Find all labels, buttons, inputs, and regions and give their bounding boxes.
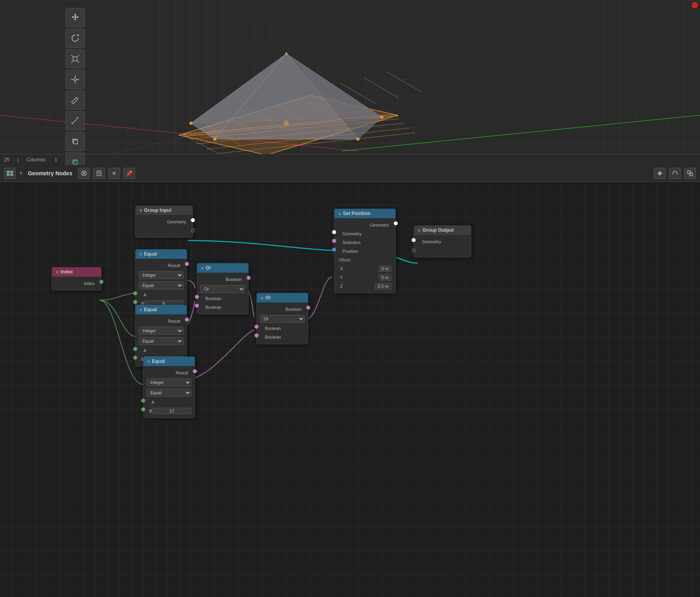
offset-y-value[interactable]: 0 m [379, 274, 391, 281]
equal1-type2-row[interactable]: EqualNot Equal [136, 280, 187, 291]
equal2-header[interactable]: ∨ Equal [135, 305, 187, 314]
geometry-output-socket[interactable] [191, 218, 195, 222]
node-set-position[interactable]: ∨ Set Position Geometry Geometry Selecti… [334, 209, 396, 293]
viewport-3d[interactable]: + 25 | Columns: 1 [0, 0, 700, 165]
group-output-title: Group Output [422, 227, 454, 233]
equal1-type2-dropdown[interactable]: EqualNot Equal [139, 281, 183, 289]
equal2-result-row: Result [136, 317, 187, 326]
node-or-2[interactable]: ∨ Or Boolean OrAnd Boolean [257, 293, 308, 344]
index-output-socket[interactable] [99, 280, 103, 284]
node-index[interactable]: ∨ Index Index [52, 267, 101, 291]
equal3-b-value[interactable]: 17 [152, 408, 191, 414]
or1-type-row[interactable]: OrAnd [197, 284, 248, 294]
or1-header[interactable]: ∨ Or [197, 263, 249, 273]
equal3-a-socket[interactable] [141, 399, 145, 403]
or1-type-dropdown[interactable]: OrAnd [200, 285, 245, 293]
equal3-result-row: Result [144, 368, 194, 377]
set-pos-geo-out-socket[interactable] [394, 221, 398, 225]
equal3-type1-dropdown[interactable]: IntegerFloat [147, 378, 191, 386]
tool-cube[interactable] [66, 153, 85, 165]
equal2-type1-row[interactable]: IntegerFloat [136, 326, 187, 336]
or1-bool2-in-socket[interactable] [195, 304, 199, 308]
or2-bool1-in-socket[interactable] [255, 325, 259, 329]
tool-move[interactable] [66, 8, 85, 27]
tool-add-cube[interactable]: + [66, 132, 85, 151]
set-pos-x-row: X 0 m [334, 264, 395, 273]
node-group-output[interactable]: ∨ Group Output Geometry [414, 225, 471, 258]
set-pos-selection-row: Selection [334, 238, 395, 247]
or2-header[interactable]: ∨ Or [257, 293, 308, 302]
equal3-type1-row[interactable]: IntegerFloat [144, 377, 194, 388]
equal1-type1-dropdown[interactable]: IntegerFloat [139, 271, 183, 279]
set-position-body: Geometry Geometry Selection Position [334, 218, 396, 293]
new-file-button[interactable] [93, 168, 105, 179]
or2-bool-output-socket[interactable] [306, 306, 310, 310]
or2-type-dropdown[interactable]: OrAnd [260, 315, 305, 323]
tool-annotate[interactable] [66, 91, 85, 110]
svg-line-43 [76, 97, 78, 99]
node-or-1[interactable]: ∨ Or Boolean OrAnd Boolean [197, 263, 249, 314]
tool-transform[interactable] [66, 70, 85, 89]
equal3-result-socket[interactable] [193, 369, 197, 373]
geo-input-socket[interactable] [412, 238, 416, 242]
or1-bool-output-socket[interactable] [247, 276, 251, 280]
node-equal-3[interactable]: ∨ Equal Result IntegerFloat EqualNot Equ… [143, 357, 195, 418]
equal1-result-socket[interactable] [185, 262, 189, 266]
close-datablock-button[interactable]: ✕ [108, 168, 120, 179]
node-editor-mode-button[interactable] [4, 168, 16, 179]
equal2-type2-row[interactable]: EqualNot Equal [136, 336, 187, 346]
offset-z-value[interactable]: 0.5 m [375, 283, 391, 289]
equal2-result-socket[interactable] [185, 318, 189, 322]
tool-scale[interactable] [66, 49, 85, 68]
pin-scene-button[interactable] [78, 168, 90, 179]
equal3-b-socket[interactable] [141, 407, 145, 411]
node-canvas[interactable]: ∨ Group Input Geometry ∨ Group Output [0, 182, 700, 597]
offset-x-value[interactable]: 0 m [379, 266, 391, 272]
equal3-header[interactable]: ∨ Equal [143, 357, 195, 366]
equal2-type1-dropdown[interactable]: IntegerFloat [139, 327, 183, 335]
or2-bool2-in-socket[interactable] [255, 333, 259, 337]
svg-rect-53 [74, 161, 78, 165]
status-columns: 1 [54, 157, 57, 163]
close-dot[interactable] [692, 2, 698, 8]
left-toolbar: + [66, 8, 88, 165]
tool-measure[interactable] [66, 111, 85, 130]
equal3-type2-row[interactable]: EqualNot Equal [144, 388, 194, 398]
or1-bool1-in-socket[interactable] [195, 295, 199, 299]
node-equal-1[interactable]: ∨ Equal Result IntegerFloat EqualNot Equ… [135, 249, 187, 311]
extra-socket2[interactable] [412, 248, 416, 252]
pin-button[interactable]: 📌 [123, 168, 135, 179]
or2-type-row[interactable]: OrAnd [257, 314, 308, 324]
equal1-type1-row[interactable]: IntegerFloat [136, 270, 187, 280]
tool-rotate[interactable] [66, 29, 85, 48]
group-output-extra-row [414, 246, 471, 255]
group-input-header[interactable]: ∨ Group Input [135, 205, 193, 215]
equal2-type2-dropdown[interactable]: EqualNot Equal [139, 337, 183, 345]
group-output-header[interactable]: ∨ Group Output [414, 225, 471, 235]
result-label-3: Result [148, 370, 191, 375]
equal2-b-socket[interactable] [133, 356, 137, 360]
set-position-header[interactable]: ∨ Set Position [334, 209, 396, 218]
svg-line-36 [71, 61, 73, 63]
equal3-type2-dropdown[interactable]: EqualNot Equal [147, 389, 191, 397]
or2-body: Boolean OrAnd Boolean Boolean [257, 302, 308, 344]
extra-socket[interactable] [191, 229, 195, 233]
index-header[interactable]: ∨ Index [52, 267, 101, 277]
or1-bool-output-row: Boolean [197, 275, 248, 284]
or1-title: Or [206, 265, 211, 271]
set-pos-selection-socket[interactable] [332, 239, 336, 243]
equal1-header[interactable]: ∨ Equal [135, 249, 187, 259]
svg-rect-60 [7, 174, 10, 176]
z-axis-label: Z [340, 284, 343, 289]
node-group-input[interactable]: ∨ Group Input Geometry [135, 205, 193, 238]
magnet-button[interactable] [669, 168, 681, 179]
equal2-a-socket[interactable] [133, 347, 137, 351]
equal1-b-socket[interactable] [133, 300, 137, 304]
set-pos-position-socket[interactable] [332, 248, 336, 252]
set-pos-geo-out-row: Geometry [334, 221, 395, 229]
node-editor[interactable]: ▼ Geometry Nodes ✕ 📌 [0, 165, 700, 597]
equal1-a-socket[interactable] [133, 291, 137, 295]
overlay-button[interactable] [684, 168, 696, 179]
set-pos-geo-in-socket[interactable] [332, 230, 336, 234]
snap-button[interactable] [654, 168, 666, 179]
